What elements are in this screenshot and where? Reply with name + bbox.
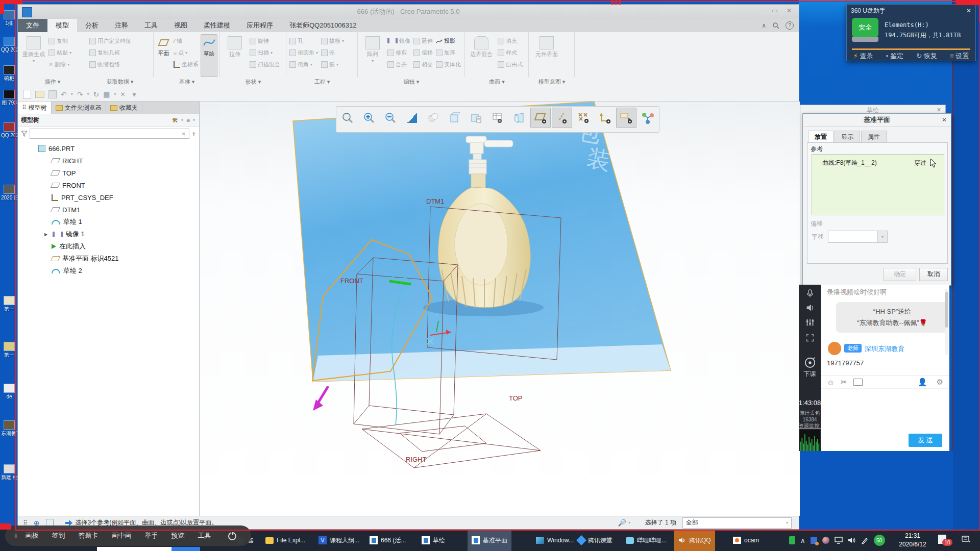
shading-style-button[interactable]	[423, 108, 444, 128]
desktop-icon[interactable]: 东湖教育	[1, 420, 17, 436]
group-label-operations[interactable]: 操作 ▾	[19, 77, 86, 87]
creo-titlebar[interactable]: 666 (活动的) - Creo Parametric 5.0 – ▭ ✕	[18, 5, 799, 19]
power-icon[interactable]	[227, 531, 237, 541]
group-label-get-data[interactable]: 获取数据 ▾	[86, 77, 154, 87]
tab-favorites[interactable]: 收藏夹	[106, 102, 142, 114]
screenshot-icon[interactable]: ✂	[841, 378, 847, 387]
translate-dropdown[interactable]: ▾	[877, 231, 888, 243]
chat-input[interactable]	[821, 389, 949, 433]
trim-button[interactable]: 修剪	[386, 47, 411, 58]
restore-action[interactable]: ↻ 恢复	[916, 52, 937, 61]
end-class-icon[interactable]	[803, 357, 817, 369]
fullscreen-icon[interactable]	[805, 333, 815, 342]
point-display-toggle[interactable]	[573, 108, 594, 128]
open-file-icon[interactable]	[35, 91, 44, 98]
usb-tray-icon[interactable]	[789, 536, 795, 544]
annotation-display-toggle[interactable]	[616, 108, 636, 128]
chamfer-button[interactable]: 倒角▾	[288, 59, 319, 70]
solidify-button[interactable]: 实体化	[435, 59, 462, 70]
freestyle-button[interactable]: 自由式	[497, 59, 524, 70]
perspective-view-button[interactable]	[509, 108, 529, 128]
tree-item-part[interactable]: 666.PRT	[18, 142, 199, 155]
round-button[interactable]: 倒圆角▾	[288, 47, 319, 58]
rib-button[interactable]: 筋▾	[320, 59, 345, 70]
scan-action[interactable]: ⚡ 查杀	[853, 52, 873, 61]
popup-close-icon[interactable]: ✕	[966, 7, 971, 14]
group-label-model-intent[interactable]: 模型意图 ▾	[529, 77, 575, 87]
taskbar-tencent-qq[interactable]: 腾讯QQ	[674, 530, 715, 551]
save-icon[interactable]	[48, 90, 57, 98]
taskbar-photos[interactable]: Window...	[532, 530, 578, 551]
desktop-icon[interactable]: 第一	[1, 342, 17, 358]
member-icon[interactable]: 👤	[918, 378, 927, 387]
desktop-icon[interactable]: de	[1, 384, 17, 399]
tab-file[interactable]: 文件	[18, 19, 47, 32]
csys-display-toggle[interactable]	[595, 108, 615, 128]
desktop-icon[interactable]: QQ 2020	[1, 37, 17, 53]
new-file-icon[interactable]	[23, 90, 31, 99]
translate-input[interactable]	[828, 231, 878, 243]
tree-item-sketch1[interactable]: 草绘 1	[18, 216, 199, 228]
tray-pen-icon[interactable]	[861, 537, 869, 544]
tray-app-icon[interactable]	[811, 537, 817, 544]
ribbon-collapse-icon[interactable]: ∧	[762, 22, 766, 29]
overlay-checkin[interactable]: 签到	[52, 531, 65, 540]
draft-button[interactable]: 拔模▾	[320, 35, 345, 46]
datum-display-toggle[interactable]	[530, 108, 551, 128]
tree-settings-dropdown[interactable]: ▾	[193, 118, 195, 122]
zoom-fit-button[interactable]	[337, 108, 358, 128]
undo-icon[interactable]: ↶	[61, 90, 67, 98]
tree-item-csys[interactable]: PRT_CSYS_DEF	[18, 191, 199, 204]
hole-button[interactable]: 孔	[288, 35, 319, 46]
overlay-tools[interactable]: 工具	[198, 531, 211, 540]
csys-button[interactable]: 坐标系	[173, 59, 200, 70]
taskbar-creo-sketch[interactable]: 草绘	[418, 530, 449, 551]
pattern-button[interactable]: 阵列▾	[360, 34, 385, 77]
tab-tools[interactable]: 工具	[136, 19, 166, 32]
group-label-datum[interactable]: 基准 ▾	[154, 77, 220, 87]
reference-item[interactable]: 曲线:F8(草绘_1__2)	[822, 159, 877, 167]
maximize-button[interactable]: ▭	[768, 7, 781, 16]
settings-gear-icon[interactable]: ⚙	[937, 378, 943, 387]
close-button[interactable]: ✕	[782, 7, 796, 16]
sender-name[interactable]: 深圳东湖教育	[865, 344, 904, 354]
tray-expand-chevron[interactable]: ∧	[800, 537, 805, 544]
taskbar-ocam[interactable]: ocam	[729, 530, 763, 551]
tree-item-dtm1[interactable]: DTM1	[18, 204, 199, 216]
help-icon[interactable]: ?	[786, 21, 794, 30]
search-icon[interactable]	[772, 22, 779, 29]
minimize-button[interactable]: –	[754, 7, 767, 16]
settings-action[interactable]: ≡ 设置	[950, 52, 969, 61]
fill-button[interactable]: 填充	[497, 35, 524, 46]
shrinkwrap-button[interactable]: 收缩包络	[88, 59, 132, 70]
tab-model[interactable]: 模型	[47, 19, 77, 32]
udf-button[interactable]: 用户定义特征	[88, 35, 132, 46]
ok-button[interactable]: 确定	[884, 268, 916, 281]
tree-item-top[interactable]: TOP	[18, 167, 199, 179]
verify-action[interactable]: ▪ 鉴定	[886, 52, 903, 61]
expander-icon[interactable]: ▶	[44, 232, 50, 237]
zoom-in-button[interactable]	[359, 108, 379, 128]
tree-tools-icon[interactable]: 🛠	[172, 117, 178, 124]
paste-button[interactable]: 粘贴▾	[47, 47, 72, 58]
tree-tools-dropdown[interactable]: ▾	[181, 118, 183, 122]
regenerate-small-icon[interactable]: ↻	[93, 90, 100, 98]
offset-button[interactable]: 偏移	[412, 47, 434, 58]
point-button[interactable]: ₓₓ点▾	[173, 47, 200, 58]
regenerate-button[interactable]: 重新生成▾	[21, 34, 46, 77]
view-manager-button[interactable]	[487, 108, 508, 128]
delete-button[interactable]: ✕删除▾	[47, 59, 72, 70]
taskbar-file-explorer[interactable]: File Expl...	[261, 530, 309, 551]
desktop-icon[interactable]: 第一	[1, 296, 17, 312]
dialog-close-icon[interactable]: ✕	[942, 116, 947, 123]
taskbar-creo-main[interactable]: 666 (活...	[365, 530, 410, 551]
image-icon[interactable]	[853, 379, 863, 386]
close-window-icon[interactable]: ✕	[120, 91, 125, 98]
tree-filter-input[interactable]	[30, 129, 189, 139]
close-icon[interactable]: ✕	[937, 107, 941, 113]
tree-item-sketch2[interactable]: 草绘 2	[18, 265, 199, 277]
tray-avatar-icon[interactable]	[822, 537, 829, 544]
spin-center-toggle[interactable]	[638, 108, 658, 128]
action-center-icon[interactable]	[962, 536, 971, 544]
boundary-blend-button[interactable]: 边界混合	[467, 34, 496, 77]
